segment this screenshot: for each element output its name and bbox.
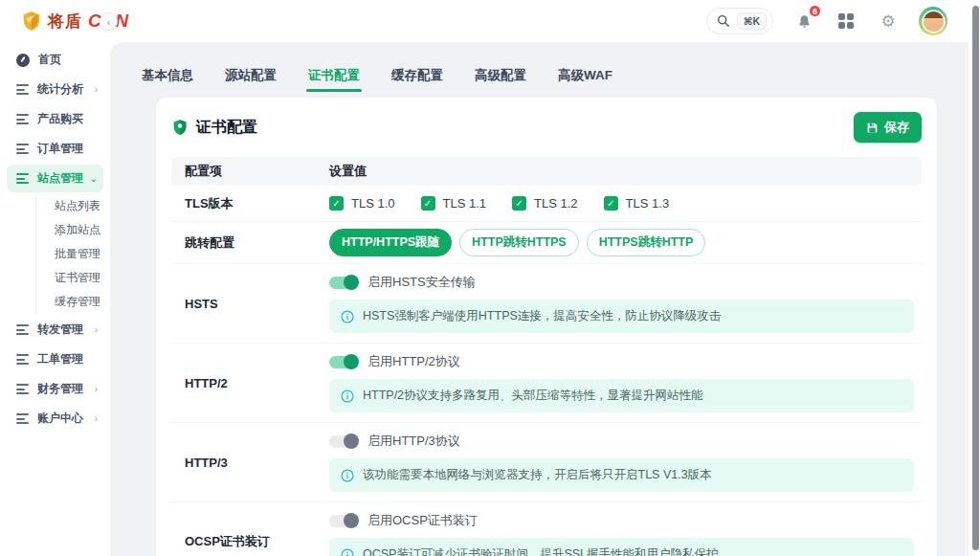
sidebar-collapse-button[interactable]: ‹ [100,12,118,31]
tab-basic-info[interactable]: 基本信息 [142,67,193,96]
sidebar-submenu-sites: 站点列表 添加站点 批量管理 证书管理 缓存管理 [35,194,110,314]
main-content: 基本信息 源站配置 证书配置 缓存配置 高级配置 高级WAF 证书配置 [110,42,969,556]
table-row-hsts: HSTS 启用HSTS安全传输 HSTS强制客户端使用HTTPS连接，提高安全性… [171,264,922,344]
table-row-http2: HTTP/2 启用HTTP/2协议 HTTP/2协议支持多路复用、头部压缩等特性… [171,344,922,423]
shield-icon [171,119,189,136]
table-row-ocsp: OCSP证书装订 启用OCSP证书装订 OCSP装订可减少证书验证时间，提升SS… [171,502,922,556]
header-value-col: 设置值 [329,163,922,180]
ocsp-info-box: OCSP装订可减少证书验证时间，提升SSL握手性能和用户隐私保护 [329,538,914,556]
checkbox-checked-icon: ✓ [329,196,344,211]
sidebar: 首页 统计分析 › 产品购买 订单管理 站点管理 ⌄ 站点列表 添加站点 批量管… [0,42,110,556]
checkbox-tls-1-0[interactable]: ✓ TLS 1.0 [329,196,395,211]
list-icon [16,144,29,154]
sidebar-item-finance[interactable]: 财务管理 › [7,375,103,403]
save-button[interactable]: 保存 [854,112,922,143]
hsts-toggle[interactable] [329,277,358,289]
table-row-tls: TLS版本 ✓ TLS 1.0 ✓ TLS 1.1 ✓ TLS [171,186,922,222]
sidebar-item-orders[interactable]: 订单管理 [7,135,103,163]
table-row-redirect: 跳转配置 HTTP/HTTPS跟随 HTTP跳转HTTPS HTTPS跳转HTT… [171,222,922,264]
sidebar-item-analytics[interactable]: 统计分析 › [7,76,103,103]
cert-config-card: 证书配置 保存 配置项 设置值 TLS版本 [156,98,937,556]
sidebar-item-home[interactable]: 首页 [7,46,103,74]
apps-button[interactable] [835,10,858,33]
redirect-option-follow[interactable]: HTTP/HTTPS跟随 [329,229,452,256]
info-icon [341,310,354,323]
tab-cache-config[interactable]: 缓存配置 [391,67,443,96]
header-setting-col: 配置项 [171,163,329,180]
top-bar: 将盾CDN ⌘K 6 ⚙ [0,0,980,42]
checkbox-checked-icon: ✓ [604,196,618,211]
list-icon [16,384,29,394]
hsts-info-box: HSTS强制客户端使用HTTPS连接，提高安全性，防止协议降级攻击 [329,300,914,333]
list-icon [16,354,29,365]
page-scrollbar[interactable] [972,6,979,550]
notification-badge: 6 [808,4,822,18]
redirect-option-https-to-http[interactable]: HTTPS跳转HTTP [587,229,706,256]
chevron-down-icon: ⌄ [90,173,98,184]
ocsp-toggle[interactable] [329,515,358,527]
info-icon [341,389,354,403]
brand-name-cn: 将盾 [48,11,82,33]
table-row-http3: HTTP/3 启用HTTP/3协议 该功能需要本地网络与浏览器支持，开启后将只开… [171,423,922,502]
sidebar-subitem-cache[interactable]: 缓存管理 [36,290,110,314]
avatar-image [922,10,946,33]
table-header: 配置项 设置值 [171,157,922,186]
tab-advanced-waf[interactable]: 高级WAF [558,67,612,96]
checkbox-tls-1-3[interactable]: ✓ TLS 1.3 [604,196,670,211]
sidebar-subitem-site-list[interactable]: 站点列表 [36,194,110,218]
checkbox-checked-icon: ✓ [421,196,435,211]
search-icon [717,14,730,28]
shield-logo-icon [21,11,42,32]
tab-advanced-config[interactable]: 高级配置 [475,67,526,96]
gear-icon: ⚙ [880,13,895,30]
redirect-option-http-to-https[interactable]: HTTP跳转HTTPS [459,229,579,256]
http3-toggle[interactable] [329,435,358,448]
info-icon [341,548,354,556]
http2-toggle[interactable] [329,356,358,368]
checkbox-checked-icon: ✓ [512,196,526,211]
sidebar-item-purchase[interactable]: 产品购买 [7,105,103,133]
checkbox-tls-1-1[interactable]: ✓ TLS 1.1 [421,196,487,211]
info-icon [341,469,354,482]
chevron-right-icon: › [95,84,98,95]
search-shortcut: ⌘K [737,12,767,30]
home-icon [16,54,30,67]
sidebar-item-tickets[interactable]: 工单管理 [7,345,103,373]
sidebar-item-account[interactable]: 账户中心 › [7,405,103,433]
sidebar-subitem-cert[interactable]: 证书管理 [36,266,110,290]
http2-info-box: HTTP/2协议支持多路复用、头部压缩等特性，显著提升网站性能 [329,379,914,412]
tab-origin-config[interactable]: 源站配置 [225,67,277,96]
checkbox-tls-1-2[interactable]: ✓ TLS 1.2 [512,196,578,211]
sidebar-subitem-add-site[interactable]: 添加站点 [36,218,110,242]
settings-button[interactable]: ⚙ [877,10,900,33]
user-avatar[interactable] [919,7,947,35]
config-table: 配置项 设置值 TLS版本 ✓ TLS 1.0 ✓ TLS 1.1 [156,155,937,556]
sidebar-item-sites[interactable]: 站点管理 ⌄ [7,165,103,192]
chevron-right-icon: › [95,384,98,394]
list-icon [16,114,29,124]
chevron-right-icon: › [95,413,98,424]
chevron-right-icon: › [95,324,98,335]
save-icon [866,122,879,134]
sidebar-subitem-batch[interactable]: 批量管理 [36,242,110,266]
sidebar-item-forward[interactable]: 转发管理 › [7,316,103,344]
search-input[interactable]: ⌘K [706,8,773,34]
list-icon [16,84,29,95]
tab-cert-config[interactable]: 证书配置 [308,67,360,96]
list-icon [16,173,29,184]
apps-grid-icon [838,13,854,29]
list-icon [16,413,29,424]
config-tabs: 基本信息 源站配置 证书配置 缓存配置 高级配置 高级WAF [110,42,969,96]
card-title: 证书配置 [196,118,257,138]
list-icon [16,324,29,335]
http3-info-box: 该功能需要本地网络与浏览器支持，开启后将只开启TLS V1.3版本 [329,458,914,492]
notifications-button[interactable]: 6 [792,10,815,33]
